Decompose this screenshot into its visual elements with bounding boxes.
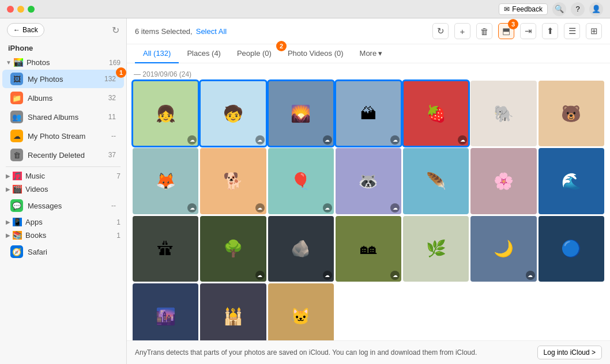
albums-label: Albums — [28, 94, 108, 103]
photos-section[interactable]: ▼ 📷 Photos 169 — [0, 56, 126, 69]
chevron-down-icon: ▾ — [378, 49, 382, 58]
grid-view-button[interactable]: ⊞ — [586, 23, 602, 39]
sidebar-item-myphotos[interactable]: 🖼 My Photos 132 1 — [2, 70, 124, 88]
photo-cell[interactable]: 🌆 — [133, 283, 198, 340]
user-avatar[interactable]: 👤 — [589, 2, 603, 16]
refresh-toolbar-button[interactable]: ↻ — [432, 23, 449, 39]
photo-cell[interactable]: 🌙☁ — [470, 216, 536, 282]
cloud-icon: ☁ — [458, 135, 467, 145]
photo-cell[interactable]: 🏔☁ — [336, 81, 401, 146]
tab-places[interactable]: Places (4) — [179, 44, 229, 63]
photo-cell[interactable]: 🎈☁ — [268, 148, 334, 214]
photo-cell[interactable]: 🌄☁ — [268, 81, 334, 146]
photo-cell[interactable]: 🔵 — [539, 216, 604, 282]
transfer-toolbar-button[interactable]: ⇥ — [520, 23, 536, 39]
myphotos-label: My Photos — [28, 75, 104, 84]
tabs: All (132) Places (4) People (0) 2 Photo … — [127, 44, 610, 63]
photo-cell[interactable]: 🕌 — [200, 283, 266, 340]
photo-grid: 👧☁🧒☁🌄☁🏔☁🍓☁🐘🐻🦊☁🐕☁🎈☁🦝☁🪶🌸🌊🛣🌳☁🪨☁🏘☁🌿🌙☁🔵🌆🕌🐱 — [133, 81, 604, 340]
photo-cell[interactable]: 🦝☁ — [336, 148, 401, 214]
music-section[interactable]: ▶ 🎵 Music 7 — [0, 169, 126, 183]
albums-count: 32 — [108, 94, 116, 102]
cloud-icon: ☁ — [255, 203, 265, 213]
photo-emoji: 🪶 — [426, 172, 446, 191]
sidebar-item-albums[interactable]: 📁 Albums 32 — [2, 89, 124, 107]
tab-more-label: More — [360, 49, 377, 58]
photo-cell[interactable]: 🐘 — [470, 81, 536, 146]
photo-cell[interactable]: 👧☁ — [133, 81, 198, 146]
photo-cell[interactable]: 🌸 — [470, 148, 536, 214]
photo-cell[interactable]: 🏘☁ — [336, 216, 401, 282]
photo-cell[interactable]: 🪨☁ — [268, 216, 334, 282]
sidebar-item-recently-deleted[interactable]: 🗑 Recently Deleted 37 — [2, 146, 124, 164]
export-toolbar-button[interactable]: ⬒ 3 — [498, 23, 514, 39]
messages-label: Messages — [28, 202, 111, 210]
minimize-button[interactable] — [17, 6, 24, 13]
chevron-right-icon-4: ▶ — [6, 232, 10, 238]
tab-all[interactable]: All (132) — [135, 44, 179, 63]
photo-emoji: 🌆 — [156, 307, 176, 326]
toolbar-left: 6 items Selected, Select All — [135, 27, 227, 36]
chevron-right-icon: ▶ — [6, 173, 10, 179]
photo-emoji: 🐘 — [494, 104, 514, 123]
select-all-link[interactable]: Select All — [196, 27, 227, 36]
sidebar-item-safari[interactable]: 🧭 Safari — [2, 242, 124, 261]
tab-photo-videos[interactable]: Photo Videos (0) — [280, 44, 352, 63]
photo-stream-count: -- — [111, 132, 116, 140]
photo-cell[interactable]: 🐱 — [268, 283, 334, 340]
search-icon[interactable]: 🔍 — [552, 2, 566, 16]
photo-cell[interactable]: 🌊 — [539, 148, 604, 214]
sidebar-item-photo-stream[interactable]: ☁ My Photo Stream -- — [2, 127, 124, 145]
photo-cell[interactable]: 🦊☁ — [133, 148, 198, 214]
photo-cell[interactable]: 🐻 — [539, 81, 604, 146]
list-view-button[interactable]: ☰ — [564, 23, 580, 39]
upload-toolbar-button[interactable]: ⬆ — [542, 23, 558, 39]
books-section[interactable]: ▶ 📚 Books 1 — [0, 229, 126, 242]
sidebar-item-shared-albums[interactable]: 👥 Shared Albums 11 — [2, 108, 124, 126]
tab-more[interactable]: More ▾ — [352, 44, 391, 63]
maximize-button[interactable] — [28, 6, 35, 13]
music-count: 7 — [116, 172, 121, 180]
feedback-button[interactable]: ✉ Feedback — [499, 3, 548, 15]
refresh-button[interactable]: ↻ — [112, 25, 119, 36]
icloud-login-button[interactable]: Log into iCloud > — [537, 346, 602, 359]
photos-count: 169 — [109, 59, 121, 67]
photo-cell[interactable]: 🧒☁ — [200, 81, 266, 146]
date-header: — 2019/09/06 (24) — [133, 68, 604, 81]
photo-emoji: 🏘 — [360, 239, 376, 258]
photo-cell[interactable]: 🍓☁ — [403, 81, 469, 146]
back-button[interactable]: ← Back — [7, 23, 44, 37]
videos-section[interactable]: ▶ 🎬 Videos — [0, 183, 126, 196]
add-toolbar-button[interactable]: + — [454, 23, 470, 39]
cloud-icon: ☁ — [390, 135, 400, 145]
photo-cell[interactable]: 🪶 — [403, 148, 469, 214]
cloud-icon: ☁ — [187, 203, 197, 213]
photo-stream-icon: ☁ — [10, 130, 23, 142]
photo-cell[interactable]: 🌿 — [403, 216, 469, 282]
help-icon[interactable]: ? — [571, 2, 585, 16]
photo-cell[interactable]: 🌳☁ — [200, 216, 266, 282]
photo-emoji: 🪨 — [291, 239, 311, 258]
shared-albums-label: Shared Albums — [28, 113, 108, 122]
delete-toolbar-button[interactable]: 🗑 — [476, 23, 492, 39]
tab-people[interactable]: People (0) 2 — [229, 44, 280, 63]
sidebar-item-messages[interactable]: 💬 Messages -- — [2, 196, 124, 215]
feedback-label: Feedback — [512, 5, 543, 13]
apps-icon: 📱 — [13, 218, 22, 226]
photo-cell[interactable]: 🛣 — [133, 216, 198, 282]
cloud-icon: ☁ — [390, 271, 400, 280]
books-count: 1 — [116, 232, 121, 240]
safari-label: Safari — [28, 248, 116, 256]
photo-emoji: 🌸 — [494, 172, 514, 191]
photo-emoji: 🌄 — [291, 104, 311, 123]
title-bar-left — [7, 6, 35, 13]
title-bar: ✉ Feedback 🔍 ? 👤 — [0, 0, 610, 18]
title-bar-right: ✉ Feedback 🔍 ? 👤 — [499, 2, 603, 16]
myphotos-count: 132 — [104, 75, 116, 83]
photo-cell[interactable]: 🐕☁ — [200, 148, 266, 214]
messages-icon: 💬 — [10, 199, 23, 212]
photo-emoji: 🔵 — [561, 239, 581, 258]
close-button[interactable] — [7, 6, 14, 13]
apps-section[interactable]: ▶ 📱 Apps 1 — [0, 215, 126, 229]
photo-emoji: 🛣 — [157, 239, 174, 258]
